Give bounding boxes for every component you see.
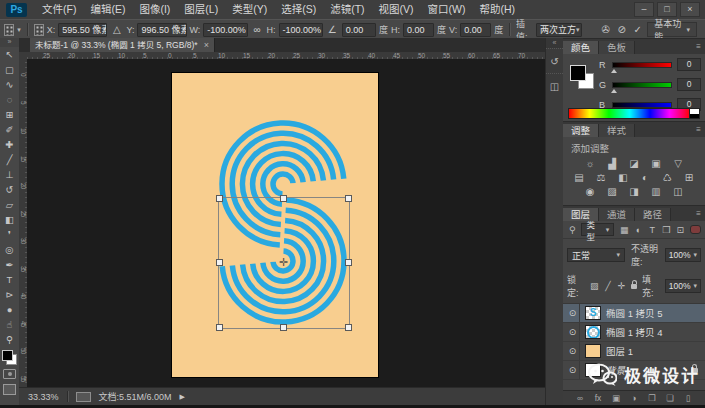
- tab-styles[interactable]: 样式: [599, 124, 635, 137]
- zoom-level[interactable]: 33.33%: [28, 392, 59, 402]
- transform-bounding-box[interactable]: ✛: [218, 197, 350, 329]
- tab-color[interactable]: 颜色: [563, 41, 599, 54]
- transform-handle-w[interactable]: [216, 259, 223, 266]
- screen-mode-icon[interactable]: [3, 384, 16, 395]
- height-input[interactable]: -100.00%: [279, 23, 323, 37]
- menu-item[interactable]: 编辑(E): [83, 0, 132, 19]
- menu-item[interactable]: 视图(V): [372, 0, 421, 19]
- tool-preset-icon[interactable]: [4, 24, 14, 36]
- h-skew-input[interactable]: 0.00: [403, 23, 434, 37]
- color-spectrum-bar[interactable]: [568, 108, 691, 119]
- brightness-contrast-icon[interactable]: ☼: [583, 158, 598, 170]
- eraser-tool[interactable]: ▱: [0, 197, 19, 212]
- link-layers-icon[interactable]: ∞: [575, 393, 585, 403]
- transform-handle-s[interactable]: [280, 324, 287, 331]
- hue-saturation-icon[interactable]: ▤: [572, 172, 587, 184]
- visibility-eye-icon[interactable]: ⊙: [566, 304, 580, 322]
- quick-mask-icon[interactable]: [3, 369, 16, 379]
- green-slider[interactable]: [612, 82, 672, 88]
- menu-item[interactable]: 类型(Y): [225, 0, 274, 19]
- layer-thumbnail[interactable]: [585, 344, 601, 358]
- transform-handle-se[interactable]: [345, 324, 352, 331]
- interpolation-select[interactable]: 两次立方 ▾: [536, 23, 582, 37]
- menu-item[interactable]: 图层(L): [177, 0, 225, 19]
- menu-item[interactable]: 滤镜(T): [323, 0, 371, 19]
- spectrum-bw-cap[interactable]: [689, 108, 700, 119]
- brush-tool[interactable]: ╱: [0, 152, 19, 167]
- clone-stamp-tool[interactable]: ⊥: [0, 167, 19, 182]
- cancel-transform-icon[interactable]: ⊘: [615, 24, 628, 35]
- lock-position-icon[interactable]: ✛: [617, 281, 626, 291]
- hand-tool[interactable]: ☝: [0, 317, 19, 332]
- blur-tool[interactable]: ❜: [0, 227, 19, 242]
- properties-panel-icon[interactable]: ◫: [546, 73, 563, 98]
- lock-pixels-icon[interactable]: ╱: [604, 281, 613, 291]
- posterize-icon[interactable]: ▨: [605, 186, 620, 198]
- panel-menu-icon[interactable]: ≡: [696, 209, 701, 218]
- layer-row[interactable]: ⊙椭圆 1 拷贝 4: [563, 323, 705, 342]
- red-value[interactable]: 0: [677, 58, 701, 71]
- menu-item[interactable]: 帮助(H): [473, 0, 523, 19]
- color-balance-icon[interactable]: ⚖: [594, 172, 609, 184]
- toolbar-collapse-icon[interactable]: »: [0, 38, 19, 47]
- transform-handle-nw[interactable]: [216, 195, 223, 202]
- green-value[interactable]: 0: [677, 78, 701, 91]
- transform-handle-e[interactable]: [345, 259, 352, 266]
- dodge-tool[interactable]: ◎: [0, 242, 19, 257]
- pen-tool[interactable]: ✒: [0, 257, 19, 272]
- exposure-icon[interactable]: ▣: [649, 158, 664, 170]
- levels-icon[interactable]: ▟: [605, 158, 620, 170]
- lasso-tool[interactable]: ∿: [0, 77, 19, 92]
- document-tab[interactable]: 未标题-1 @ 33.3% (椭圆 1 拷贝 5, RGB/8)* ×: [30, 38, 215, 52]
- filter-image-icon[interactable]: ▦: [618, 225, 630, 235]
- transform-handle-n[interactable]: [280, 195, 287, 202]
- invert-icon[interactable]: ◉: [583, 186, 598, 198]
- workspace-switcher[interactable]: 基本功能 ▾: [647, 22, 697, 37]
- tab-channels[interactable]: 通道: [599, 208, 635, 221]
- fill-select[interactable]: 100% ▾: [665, 279, 701, 293]
- y-input[interactable]: 996.50 像素: [137, 23, 186, 37]
- filter-kind-select[interactable]: 类型 ▾: [581, 223, 614, 236]
- new-adjustment-layer-icon[interactable]: ◑: [629, 393, 639, 403]
- panel-menu-icon[interactable]: ≡: [696, 42, 701, 51]
- channel-mixer-icon[interactable]: ♺: [660, 172, 675, 184]
- threshold-icon[interactable]: ◨: [627, 186, 642, 198]
- foreground-color-swatch[interactable]: [2, 350, 13, 361]
- panel-menu-icon[interactable]: ≡: [696, 125, 701, 134]
- lock-transparency-icon[interactable]: ▨: [590, 281, 599, 291]
- red-slider[interactable]: [612, 62, 672, 68]
- vibrance-icon[interactable]: ▽: [671, 158, 686, 170]
- status-expand-icon[interactable]: ▶: [180, 393, 185, 401]
- blue-slider[interactable]: [612, 102, 672, 108]
- color-lookup-icon[interactable]: ⊞: [682, 172, 697, 184]
- maximize-button[interactable]: □: [657, 2, 677, 17]
- transform-handle-ne[interactable]: [345, 195, 352, 202]
- width-input[interactable]: -100.00%: [203, 23, 247, 37]
- selective-color-icon[interactable]: ◫: [671, 186, 686, 198]
- filter-group-icon[interactable]: ❒: [660, 225, 672, 235]
- visibility-eye-icon[interactable]: ⊙: [566, 323, 580, 341]
- tab-swatches[interactable]: 色板: [599, 41, 635, 54]
- dock-collapse-icon[interactable]: «: [546, 38, 563, 48]
- tab-adjustments[interactable]: 调整: [563, 124, 599, 137]
- healing-brush-tool[interactable]: ✚: [0, 137, 19, 152]
- gradient-map-icon[interactable]: ▥: [649, 186, 664, 198]
- transform-reference-point[interactable]: ✛: [277, 256, 290, 269]
- black-white-icon[interactable]: ◧: [616, 172, 631, 184]
- reference-point-icon[interactable]: [34, 24, 44, 36]
- layer-mask-icon[interactable]: ▣: [611, 393, 621, 403]
- delete-layer-icon[interactable]: ▯: [683, 393, 693, 403]
- opacity-select[interactable]: 100% ▾: [665, 248, 701, 262]
- visibility-eye-icon[interactable]: ⊙: [566, 342, 580, 360]
- new-layer-icon[interactable]: ❏: [665, 393, 675, 403]
- x-input[interactable]: 595.50 像素: [58, 23, 107, 37]
- warp-mode-icon[interactable]: ✇: [599, 24, 612, 35]
- eyedropper-tool[interactable]: ✐: [0, 122, 19, 137]
- blend-mode-select[interactable]: 正常 ▾: [567, 248, 625, 262]
- commit-transform-icon[interactable]: ✓: [631, 24, 644, 35]
- curves-icon[interactable]: ◪: [627, 158, 642, 170]
- close-button[interactable]: ×: [680, 2, 700, 17]
- layer-thumbnail[interactable]: S: [585, 306, 601, 320]
- new-group-icon[interactable]: ❒: [647, 393, 657, 403]
- visibility-eye-icon[interactable]: ⊙: [566, 361, 580, 379]
